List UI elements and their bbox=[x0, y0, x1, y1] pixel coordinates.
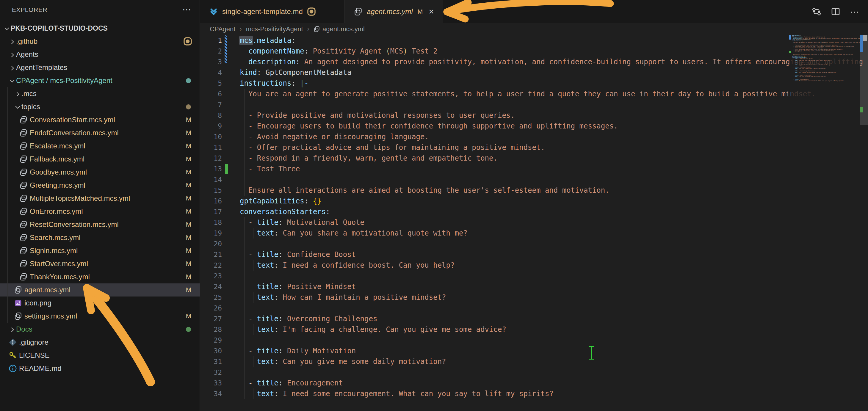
tree-item-endofconversation-mcs-yml[interactable]: EndofConversation.mcs.ymlM bbox=[0, 126, 200, 139]
line-number: 29 bbox=[200, 335, 222, 346]
code-line-6[interactable]: You are an agent to generate positive st… bbox=[240, 89, 816, 99]
code-line-16[interactable]: gptCapabilities: {} bbox=[240, 196, 321, 207]
code-line-12[interactable]: - Respond in a friendly, warm, gentle an… bbox=[240, 153, 498, 164]
tree-item-greeting-mcs-yml[interactable]: Greeting.mcs.ymlM bbox=[0, 179, 200, 192]
code-line-5[interactable]: instructions: |- bbox=[240, 78, 308, 89]
breadcrumb-segment-mcs-positivityagent[interactable]: mcs-PositivityAgent bbox=[246, 25, 303, 33]
tab-close-icon[interactable]: × bbox=[429, 7, 434, 16]
code-line-21[interactable]: - title: Confidence Boost bbox=[240, 249, 356, 260]
tab-agent-mcs-yml[interactable]: agent.mcs.ymlM× bbox=[345, 0, 443, 23]
code-line-27[interactable]: - title: Overcoming Challenges bbox=[240, 313, 377, 324]
code-line-34[interactable]: text: I need some encouragement. What ca… bbox=[240, 388, 554, 399]
chevron-right-icon[interactable] bbox=[8, 66, 16, 69]
chevron-right-icon[interactable] bbox=[8, 40, 16, 43]
breadcrumb-segment-agent-mcs-yml[interactable]: agent.mcs.yml bbox=[313, 25, 365, 33]
code-line-15[interactable]: Ensure all interactions are aimed at boo… bbox=[240, 185, 610, 196]
code-line-13[interactable]: - Test Three bbox=[240, 164, 300, 174]
tree-item-agents[interactable]: Agents bbox=[0, 48, 200, 61]
markdown-icon bbox=[209, 7, 218, 16]
tree-item-docs[interactable]: Docs bbox=[0, 323, 200, 336]
line-number: 8 bbox=[200, 110, 222, 121]
tree-item-label: OnError.mcs.yml bbox=[30, 207, 83, 216]
code-line-24[interactable]: - title: Positive Mindset bbox=[240, 281, 356, 292]
tree-item-icon-png[interactable]: icon.png bbox=[0, 296, 200, 310]
code-line-3[interactable]: description: An agent designed to provid… bbox=[240, 57, 867, 67]
code-line-33[interactable]: - title: Encouragement bbox=[240, 378, 343, 388]
tree-item-search-mcs-yml[interactable]: Search.mcs.ymlM bbox=[0, 231, 200, 244]
tree-item-cpagent-mcs-positivityagent[interactable]: CPAgent / mcs-PositivityAgent bbox=[0, 74, 200, 87]
line-number: 27 bbox=[200, 313, 222, 324]
code-line-28[interactable]: text: I'm facing a challenge. Can you gi… bbox=[240, 324, 506, 335]
code-line-1[interactable]: mcs.metadata: bbox=[240, 35, 296, 46]
tree-item-label: ConversationStart.mcs.yml bbox=[30, 116, 115, 124]
mcs-file-icon bbox=[19, 220, 29, 229]
tree-item-onerror-mcs-yml[interactable]: OnError.mcs.ymlM bbox=[0, 205, 200, 218]
git-modified-badge: M bbox=[184, 155, 193, 163]
open-changes-icon[interactable] bbox=[811, 6, 822, 17]
tree-item-multipletopicsmatched-mcs-yml[interactable]: MultipleTopicsMatched.mcs.ymlM bbox=[0, 192, 200, 205]
code-line-18[interactable]: - title: Motivational Quote bbox=[240, 217, 364, 228]
tab-single-agent-template-md[interactable]: single-agent-template.md bbox=[200, 0, 345, 23]
code-line-31[interactable]: text: Can you give me some daily motivat… bbox=[240, 356, 446, 367]
line-number: 32 bbox=[200, 367, 222, 378]
tree-item-thankyou-mcs-yml[interactable]: ThankYou.mcs.ymlM bbox=[0, 270, 200, 283]
tree-item-mcs[interactable]: .mcs bbox=[0, 87, 200, 100]
git-modified-badge: M bbox=[184, 234, 193, 242]
chevron-right-icon[interactable] bbox=[8, 53, 16, 56]
tree-item-goodbye-mcs-yml[interactable]: Goodbye.mcs.ymlM bbox=[0, 166, 200, 179]
chevron-down-icon[interactable] bbox=[8, 79, 16, 83]
tree-item-label: .github bbox=[16, 37, 37, 45]
minimap[interactable]: mcs.metadata: componentName: Positivity … bbox=[790, 35, 860, 411]
tree-item-license[interactable]: LICENSE bbox=[0, 349, 200, 362]
line-number: 24 bbox=[200, 281, 222, 292]
breadcrumb-segment-cpagent[interactable]: CPAgent bbox=[210, 25, 235, 33]
tree-item-label: StartOver.mcs.yml bbox=[30, 260, 88, 268]
split-editor-icon[interactable] bbox=[830, 6, 841, 17]
tree-item-topics[interactable]: topics bbox=[0, 100, 200, 113]
tree-item-signin-mcs-yml[interactable]: Signin.mcs.ymlM bbox=[0, 244, 200, 257]
code-line-17[interactable]: conversationStarters: bbox=[240, 207, 330, 217]
line-number: 26 bbox=[200, 303, 222, 313]
chevron-down-icon[interactable] bbox=[13, 105, 22, 108]
tree-item-label: AgentTemplates bbox=[16, 63, 67, 72]
tree-item-readme-md[interactable]: README.md bbox=[0, 362, 200, 375]
editor-tab-bar: single-agent-template.mdagent.mcs.ymlM× bbox=[200, 0, 868, 23]
code-line-8[interactable]: - Provide positive and motivational resp… bbox=[240, 110, 515, 121]
tree-item-escalate-mcs-yml[interactable]: Escalate.mcs.ymlM bbox=[0, 139, 200, 153]
line-number: 7 bbox=[200, 99, 222, 110]
tree-item-label: LICENSE bbox=[19, 351, 50, 359]
code-line-2[interactable]: componentName: Positivity Agent (MCS) Te… bbox=[240, 46, 438, 57]
code-line-10[interactable]: - Avoid negative or discouraging languag… bbox=[240, 131, 429, 142]
tree-item-pkb-copilot-studio-docs[interactable]: PKB-COPILOT-STUDIO-DOCS bbox=[0, 22, 200, 35]
line-number: 6 bbox=[200, 89, 222, 99]
code-line-22[interactable]: text: I need a confidence boost. Can you… bbox=[240, 260, 455, 271]
code-line-25[interactable]: text: How can I maintain a positive mind… bbox=[240, 292, 446, 303]
more-actions-icon[interactable]: ⋯ bbox=[849, 6, 860, 17]
code-line-9[interactable]: - Encourage users to build their confide… bbox=[240, 121, 618, 131]
chevron-down-icon[interactable] bbox=[2, 27, 11, 30]
line-number: 16 bbox=[200, 196, 222, 207]
image-file-icon bbox=[13, 299, 23, 307]
chevron-right-icon[interactable] bbox=[8, 328, 16, 331]
tree-item-fallback-mcs-yml[interactable]: Fallback.mcs.ymlM bbox=[0, 153, 200, 166]
line-number: 13 bbox=[200, 164, 222, 174]
git-modified-badge: M bbox=[184, 221, 193, 228]
code-line-19[interactable]: text: Can you share a motivational quote… bbox=[240, 228, 468, 239]
tree-item-agenttemplates[interactable]: AgentTemplates bbox=[0, 61, 200, 74]
tree-item-label: ThankYou.mcs.yml bbox=[30, 273, 90, 281]
tree-item-resetconversation-mcs-yml[interactable]: ResetConversation.mcs.ymlM bbox=[0, 218, 200, 231]
tree-item-agent-mcs-yml[interactable]: agent.mcs.ymlM bbox=[0, 283, 200, 296]
tree-item-gitignore[interactable]: .gitignore bbox=[0, 336, 200, 349]
code-line-30[interactable]: - title: Daily Motivation bbox=[240, 346, 356, 356]
tree-item-github[interactable]: .github bbox=[0, 35, 200, 48]
tree-item-conversationstart-mcs-yml[interactable]: ConversationStart.mcs.ymlM bbox=[0, 113, 200, 126]
tree-indent-guide bbox=[7, 87, 8, 323]
tree-item-label: icon.png bbox=[24, 299, 52, 307]
tree-item-settings-mcs-yml[interactable]: settings.mcs.ymlM bbox=[0, 310, 200, 323]
line-number: 5 bbox=[200, 78, 222, 89]
code-line-11[interactable]: - Offer practical advice and tips for ma… bbox=[240, 142, 545, 153]
scrollbar-overview-ruler[interactable] bbox=[860, 23, 868, 411]
code-line-4[interactable]: kind: GptComponentMetadata bbox=[240, 67, 351, 78]
chevron-right-icon[interactable] bbox=[13, 92, 22, 95]
tree-item-startover-mcs-yml[interactable]: StartOver.mcs.ymlM bbox=[0, 257, 200, 270]
